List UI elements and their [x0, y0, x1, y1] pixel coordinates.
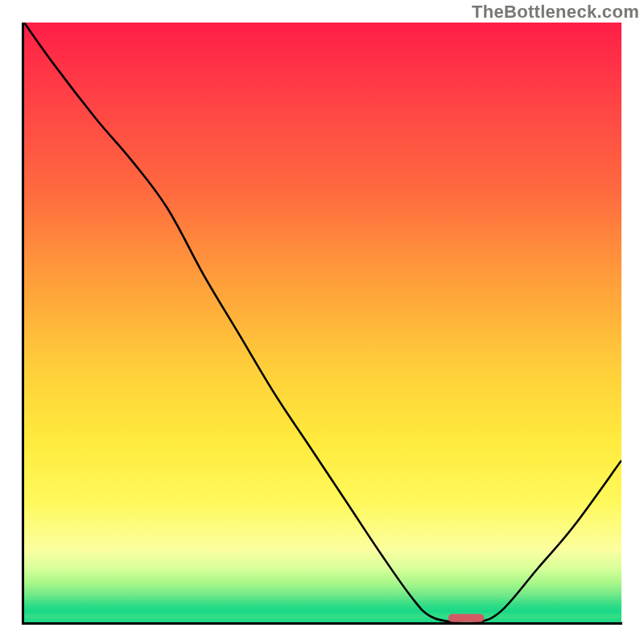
plot-area — [24, 23, 621, 622]
watermark-label: TheBottleneck.com — [472, 2, 639, 23]
y-axis-line — [22, 23, 24, 625]
bottleneck-curve — [24, 23, 621, 622]
curve-svg — [24, 23, 621, 622]
x-axis-line — [22, 622, 622, 625]
chart-stage: TheBottleneck.com — [0, 0, 644, 644]
optimum-marker — [448, 614, 485, 622]
